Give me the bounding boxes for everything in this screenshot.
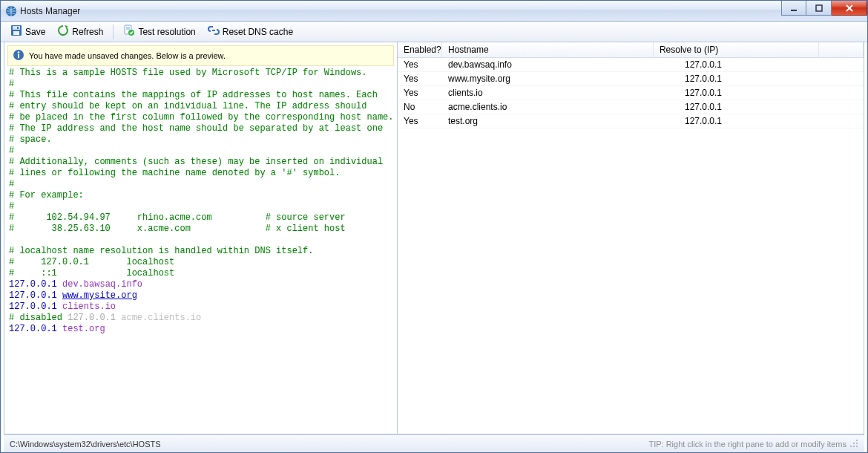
document-check-icon [123, 25, 135, 39]
svg-rect-16 [18, 54, 19, 59]
info-icon [13, 49, 24, 62]
svg-point-15 [18, 51, 20, 53]
table-row[interactable]: Noacme.clients.io127.0.0.1 [398, 100, 864, 114]
svg-point-17 [856, 440, 858, 441]
refresh-icon [57, 25, 69, 39]
table-row[interactable]: Yeswww.mysite.org127.0.0.1 [398, 72, 864, 86]
header-enabled[interactable]: Enabled? [398, 42, 442, 57]
cell-ip: 127.0.0.1 [679, 58, 864, 71]
save-label: Save [25, 27, 45, 37]
test-resolution-button[interactable]: Test resolution [118, 22, 200, 41]
cell-enabled: Yes [398, 58, 442, 71]
svg-point-22 [856, 446, 858, 447]
status-path: C:\Windows\system32\drivers\etc\HOSTS [10, 440, 161, 449]
toolbar-separator [113, 25, 114, 39]
link-refresh-icon [208, 25, 220, 39]
cell-ip: 127.0.0.1 [679, 100, 864, 114]
svg-point-19 [856, 443, 858, 444]
header-spacer [819, 42, 864, 57]
table-body[interactable]: Yesdev.bawsaq.info127.0.0.1Yeswww.mysite… [398, 58, 864, 449]
test-label: Test resolution [138, 27, 195, 37]
header-resolve[interactable]: Resolve to (IP) [654, 42, 819, 57]
table-row[interactable]: Yestest.org127.0.0.1 [398, 114, 864, 128]
title-bar[interactable]: Hosts Manager [1, 1, 867, 22]
cell-ip: 127.0.0.1 [679, 86, 864, 100]
svg-point-18 [853, 443, 855, 444]
table-row[interactable]: Yesdev.bawsaq.info127.0.0.1 [398, 58, 864, 72]
disk-icon [10, 25, 22, 39]
left-pane: You have made unsaved changes. Below is … [4, 42, 398, 434]
toolbar: Save Refresh Test resolution Reset DNS c… [1, 22, 867, 42]
app-icon [5, 5, 17, 17]
minimize-button[interactable] [781, 1, 806, 16]
window-title: Hosts Manager [20, 6, 80, 16]
svg-point-21 [853, 446, 855, 447]
cell-ip: 127.0.0.1 [679, 114, 864, 128]
cell-enabled: Yes [398, 86, 442, 100]
unsaved-notice: You have made unsaved changes. Below is … [7, 45, 394, 66]
reset-dns-button[interactable]: Reset DNS cache [203, 22, 298, 41]
cell-host: acme.clients.io [442, 100, 679, 114]
reset-label: Reset DNS cache [223, 27, 293, 37]
cell-host: test.org [442, 114, 679, 128]
cell-enabled: Yes [398, 114, 442, 128]
status-bar: C:\Windows\system32\drivers\etc\HOSTS TI… [4, 434, 864, 452]
close-button[interactable] [832, 1, 867, 16]
save-button[interactable]: Save [5, 22, 50, 41]
cell-enabled: No [398, 100, 442, 114]
main-body: You have made unsaved changes. Below is … [4, 42, 864, 434]
cell-ip: 127.0.0.1 [679, 72, 864, 85]
hosts-editor[interactable]: # This is a sample HOSTS file used by Mi… [4, 66, 397, 434]
header-hostname[interactable]: Hostname [442, 42, 654, 57]
cell-enabled: Yes [398, 72, 442, 85]
svg-point-20 [850, 446, 852, 447]
svg-rect-6 [13, 26, 20, 30]
refresh-label: Refresh [72, 27, 103, 37]
status-tip: TIP: Right click in the right pane to ad… [648, 440, 846, 449]
right-pane[interactable]: Enabled? Hostname Resolve to (IP) Yesdev… [398, 42, 864, 434]
notice-text: You have made unsaved changes. Below is … [29, 51, 226, 60]
refresh-button[interactable]: Refresh [52, 22, 108, 41]
resize-grip-icon[interactable] [849, 439, 858, 449]
svg-rect-2 [816, 5, 822, 11]
cell-host: dev.bawsaq.info [442, 58, 679, 71]
cell-host: www.mysite.org [442, 72, 679, 85]
svg-rect-8 [17, 27, 19, 29]
table-header: Enabled? Hostname Resolve to (IP) [398, 42, 864, 58]
table-row[interactable]: Yesclients.io127.0.0.1 [398, 86, 864, 100]
svg-rect-7 [13, 31, 19, 35]
cell-host: clients.io [442, 86, 679, 100]
maximize-button[interactable] [806, 1, 832, 16]
app-window: Hosts Manager Save Refresh Test resoluti… [0, 0, 868, 453]
